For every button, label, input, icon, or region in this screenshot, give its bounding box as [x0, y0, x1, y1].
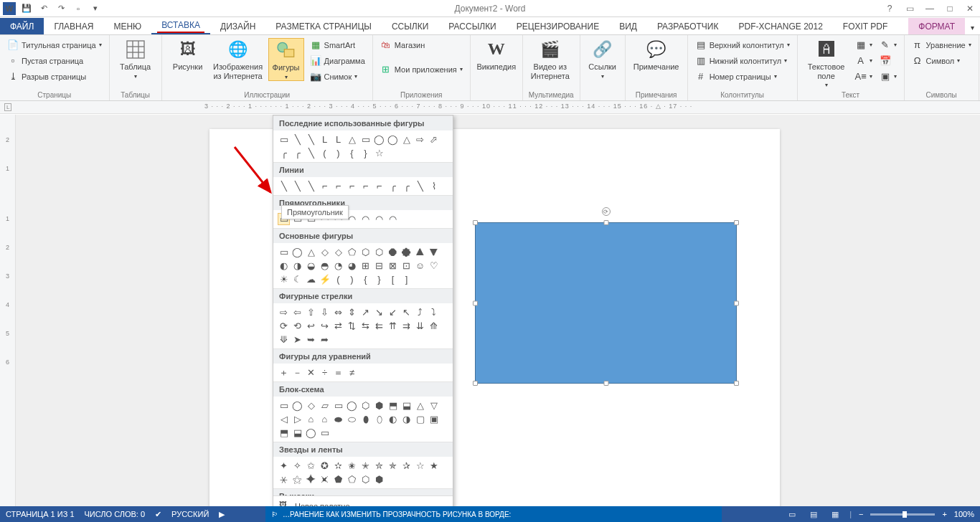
tab-file[interactable]: ФАЙЛ	[0, 18, 44, 34]
resize-handle-e[interactable]	[734, 300, 739, 305]
shape-item[interactable]: ◔	[332, 260, 344, 272]
shape-item[interactable]: ✦	[278, 460, 290, 472]
shape-item[interactable]: L	[319, 133, 331, 146]
shape-item[interactable]: ▭	[332, 399, 344, 412]
shape-item[interactable]: ⌐	[332, 180, 344, 192]
view-read-icon[interactable]: ▭	[785, 508, 799, 520]
shape-item[interactable]: ⊠	[387, 260, 399, 272]
shape-item[interactable]: }	[359, 147, 372, 159]
shape-item[interactable]: ⌐	[359, 180, 372, 192]
redo-icon[interactable]: ↷	[55, 2, 67, 15]
shape-item[interactable]: ↙	[387, 306, 399, 318]
shape-item[interactable]: ⬢	[373, 399, 385, 412]
shape-item[interactable]: ⌐	[373, 180, 385, 192]
shape-item[interactable]: ╲	[278, 180, 290, 192]
shape-item[interactable]: ✫	[332, 460, 344, 472]
resize-handle-se[interactable]	[734, 381, 739, 386]
resize-handle-nw[interactable]	[473, 220, 478, 225]
shapes-button[interactable]: Фигуры▾	[268, 38, 304, 81]
shape-item[interactable]: ⬡	[359, 246, 372, 258]
shape-item[interactable]: ✮	[373, 460, 385, 472]
shape-item[interactable]: ⇈	[387, 320, 399, 332]
ribbon-options-icon[interactable]: ▭	[900, 1, 920, 16]
datetime-button[interactable]: 📅	[878, 54, 898, 68]
shape-item[interactable]: ▣	[428, 413, 440, 425]
status-proofing-icon[interactable]: ✔	[155, 510, 161, 519]
wikipedia-button[interactable]: WВикипедия	[476, 38, 517, 72]
resize-handle-s[interactable]	[603, 381, 608, 386]
shape-item[interactable]: ⟱	[278, 333, 290, 346]
shape-item[interactable]: ⤵	[428, 306, 440, 318]
shape-item[interactable]: ⯅	[414, 246, 426, 258]
shape-item[interactable]: ☺	[414, 260, 426, 272]
shape-item[interactable]: ◑	[400, 413, 413, 425]
tab-pdf[interactable]: PDF-XChange 2012	[728, 18, 832, 34]
zoom-slider[interactable]	[870, 513, 935, 516]
store-button[interactable]: 🛍Магазин	[379, 38, 464, 52]
shape-item[interactable]: ≠	[346, 366, 358, 379]
online-pictures-button[interactable]: 🌐Изображения из Интернета	[212, 38, 264, 80]
shape-item[interactable]: ♡	[428, 260, 440, 272]
shape-item[interactable]: ╭	[400, 180, 413, 192]
shape-item[interactable]: ↖	[400, 306, 413, 318]
shape-item[interactable]: ⚝	[291, 473, 303, 485]
shape-item[interactable]: ⟲	[291, 320, 303, 332]
status-notification[interactable]: 🏳 …РАНЕНИЕ КАК ИЗМЕНИТЬ ПРОЗРАЧНОСТЬ РИС…	[265, 506, 722, 522]
smartart-button[interactable]: ▦SmartArt	[308, 38, 367, 52]
shape-item[interactable]: ⬡	[359, 399, 372, 412]
shape-item[interactable]: (	[319, 147, 331, 159]
shape-item[interactable]: ╭	[291, 147, 303, 159]
shape-item[interactable]: ✰	[400, 460, 413, 472]
header-button[interactable]: ▤Верхний колонтитул ▾	[694, 38, 791, 52]
shape-item[interactable]: ★	[428, 460, 440, 472]
table-button[interactable]: Таблица ▾	[116, 38, 156, 80]
shape-item[interactable]: ☆	[373, 147, 385, 159]
shape-item[interactable]: ⌐	[346, 180, 358, 192]
tab-design[interactable]: ДИЗАЙН	[210, 18, 265, 34]
links-button[interactable]: 🔗Ссылки▾	[586, 38, 619, 80]
shape-item[interactable]: ✩	[305, 460, 317, 472]
my-apps-button[interactable]: ⊞Мои приложения ▾	[379, 62, 464, 77]
shape-item[interactable]: ✯	[387, 460, 399, 472]
shape-item[interactable]: }	[373, 273, 385, 285]
shape-item[interactable]: ⌂	[319, 413, 331, 425]
shape-item[interactable]: －	[291, 366, 303, 379]
tab-layout[interactable]: РАЗМЕТКА СТРАНИЦЫ	[265, 18, 382, 34]
shape-item[interactable]: ⌂	[305, 413, 317, 425]
tab-view[interactable]: ВИД	[609, 18, 647, 34]
shape-item[interactable]: △	[305, 246, 317, 258]
help-icon[interactable]: ?	[880, 1, 900, 16]
view-print-icon[interactable]: ▤	[806, 508, 821, 520]
shape-item[interactable]: ⇦	[291, 306, 303, 318]
zoom-level[interactable]: 100%	[954, 510, 974, 518]
shape-item[interactable]: ⇨	[278, 306, 290, 318]
shape-item[interactable]: ⊟	[373, 260, 385, 272]
shape-item[interactable]: ◇	[332, 246, 344, 258]
shape-item[interactable]: ✬	[346, 460, 358, 472]
shape-item[interactable]: ⊡	[400, 260, 413, 272]
shape-item[interactable]: ＋	[278, 366, 290, 379]
shape-item[interactable]: ╲	[305, 147, 317, 159]
shape-item[interactable]: )	[346, 273, 358, 285]
shape-item[interactable]: ◑	[291, 260, 303, 272]
view-web-icon[interactable]: ▦	[828, 508, 842, 520]
shape-item[interactable]: ✕	[305, 366, 317, 379]
shape-item[interactable]: ＝	[332, 366, 344, 379]
shape-item[interactable]: ⟳	[278, 320, 290, 332]
shape-item[interactable]: ╲	[305, 133, 317, 146]
shape-item[interactable]: ◒	[305, 260, 317, 272]
shape-item[interactable]: ⬒	[387, 399, 399, 412]
shape-item[interactable]: ⯄	[400, 246, 413, 258]
shape-item[interactable]: ⬮	[359, 413, 372, 425]
inserted-rectangle-shape[interactable]: ⟳	[475, 222, 737, 384]
shape-item[interactable]: ╭	[278, 147, 290, 159]
blank-page-button[interactable]: ▫Пустая страница	[6, 54, 103, 68]
pictures-button[interactable]: 🖼Рисунки	[168, 38, 208, 72]
shape-item[interactable]: ◇	[305, 399, 317, 412]
shape-item[interactable]: ╲	[291, 180, 303, 192]
shape-item[interactable]: ⬀	[428, 133, 440, 146]
shape-item[interactable]: ◐	[278, 260, 290, 272]
shape-item[interactable]: ▭	[278, 133, 290, 146]
shape-item[interactable]: ☀	[278, 273, 290, 285]
shape-item[interactable]: ⚹	[278, 473, 290, 485]
